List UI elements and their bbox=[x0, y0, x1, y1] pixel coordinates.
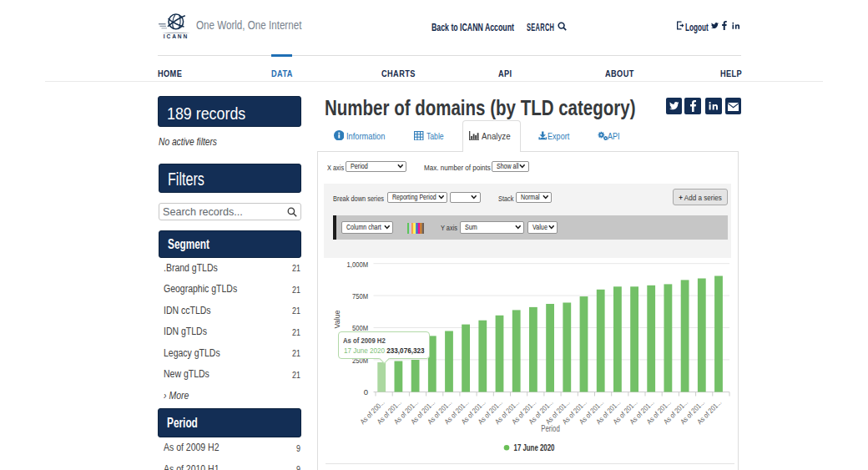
svg-text:750M: 750M bbox=[352, 291, 368, 301]
svg-text:1,000M: 1,000M bbox=[347, 260, 369, 269]
svg-text:Period: Period bbox=[541, 424, 560, 433]
svg-text:ICANN: ICANN bbox=[164, 33, 189, 39]
svg-text:0: 0 bbox=[364, 387, 368, 397]
svg-text:Value: Value bbox=[332, 311, 341, 329]
svg-text:17 June 2020: 17 June 2020 bbox=[514, 443, 555, 452]
